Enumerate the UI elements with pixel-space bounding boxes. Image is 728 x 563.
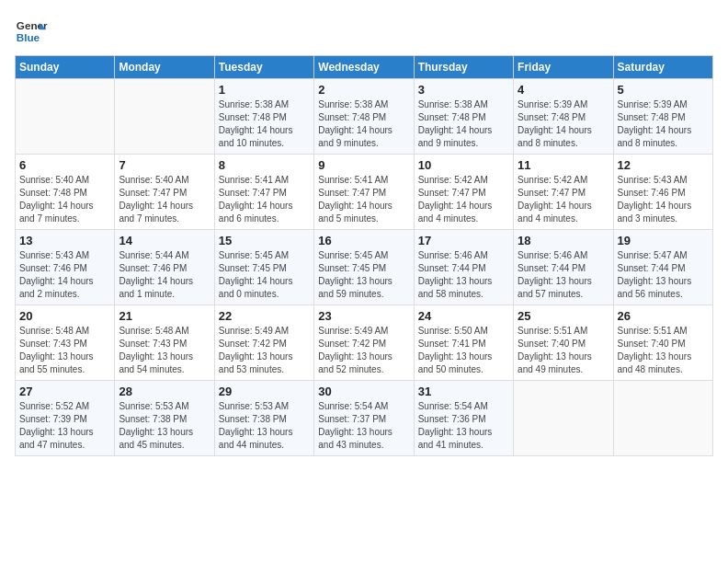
- calendar-cell: 19Sunrise: 5:47 AM Sunset: 7:44 PM Dayli…: [613, 230, 712, 305]
- day-info: Sunrise: 5:49 AM Sunset: 7:42 PM Dayligh…: [219, 325, 310, 376]
- day-info: Sunrise: 5:43 AM Sunset: 7:46 PM Dayligh…: [19, 249, 110, 301]
- day-number: 27: [19, 385, 110, 398]
- header-saturday: Saturday: [613, 56, 712, 79]
- day-info: Sunrise: 5:39 AM Sunset: 7:48 PM Dayligh…: [518, 98, 609, 150]
- calendar-cell: [115, 79, 214, 155]
- calendar-cell: 1Sunrise: 5:38 AM Sunset: 7:48 PM Daylig…: [214, 79, 313, 155]
- calendar-cell: 2Sunrise: 5:38 AM Sunset: 7:48 PM Daylig…: [314, 79, 414, 155]
- calendar-week-4: 20Sunrise: 5:48 AM Sunset: 7:43 PM Dayli…: [16, 305, 713, 381]
- calendar-cell: 10Sunrise: 5:42 AM Sunset: 7:47 PM Dayli…: [414, 155, 513, 230]
- day-info: Sunrise: 5:46 AM Sunset: 7:44 PM Dayligh…: [518, 249, 609, 301]
- day-info: Sunrise: 5:42 AM Sunset: 7:47 PM Dayligh…: [518, 174, 609, 225]
- calendar-cell: 25Sunrise: 5:51 AM Sunset: 7:40 PM Dayli…: [514, 305, 613, 381]
- day-number: 13: [19, 234, 110, 247]
- day-info: Sunrise: 5:54 AM Sunset: 7:37 PM Dayligh…: [318, 400, 409, 452]
- day-info: Sunrise: 5:54 AM Sunset: 7:36 PM Dayligh…: [418, 400, 509, 452]
- day-info: Sunrise: 5:45 AM Sunset: 7:45 PM Dayligh…: [219, 249, 310, 301]
- day-info: Sunrise: 5:48 AM Sunset: 7:43 PM Dayligh…: [119, 325, 210, 376]
- calendar-cell: 15Sunrise: 5:45 AM Sunset: 7:45 PM Dayli…: [214, 230, 313, 305]
- day-info: Sunrise: 5:52 AM Sunset: 7:39 PM Dayligh…: [19, 400, 110, 452]
- calendar-cell: 5Sunrise: 5:39 AM Sunset: 7:48 PM Daylig…: [613, 79, 712, 155]
- day-info: Sunrise: 5:38 AM Sunset: 7:48 PM Dayligh…: [219, 98, 310, 150]
- day-info: Sunrise: 5:41 AM Sunset: 7:47 PM Dayligh…: [219, 174, 310, 225]
- svg-text:General: General: [17, 19, 48, 31]
- day-info: Sunrise: 5:42 AM Sunset: 7:47 PM Dayligh…: [418, 174, 509, 225]
- day-number: 25: [518, 309, 609, 323]
- day-number: 26: [618, 309, 709, 323]
- day-info: Sunrise: 5:43 AM Sunset: 7:46 PM Dayligh…: [618, 174, 709, 225]
- header-thursday: Thursday: [414, 56, 513, 79]
- header-friday: Friday: [514, 56, 613, 79]
- day-number: 8: [219, 158, 310, 172]
- day-number: 2: [318, 83, 409, 97]
- svg-text:Blue: Blue: [17, 31, 40, 43]
- day-number: 29: [219, 385, 310, 398]
- day-number: 28: [119, 385, 210, 398]
- calendar-cell: 17Sunrise: 5:46 AM Sunset: 7:44 PM Dayli…: [414, 230, 513, 305]
- day-info: Sunrise: 5:53 AM Sunset: 7:38 PM Dayligh…: [119, 400, 210, 452]
- day-number: 22: [219, 309, 310, 323]
- day-number: 11: [518, 158, 609, 172]
- calendar-cell: [16, 79, 115, 155]
- day-number: 9: [318, 158, 409, 172]
- logo-icon: General Blue: [15, 15, 48, 48]
- day-info: Sunrise: 5:38 AM Sunset: 7:48 PM Dayligh…: [418, 98, 509, 150]
- header-monday: Monday: [115, 56, 214, 79]
- page-header: General Blue: [15, 15, 713, 48]
- calendar-cell: 14Sunrise: 5:44 AM Sunset: 7:46 PM Dayli…: [115, 230, 214, 305]
- calendar-cell: 27Sunrise: 5:52 AM Sunset: 7:39 PM Dayli…: [16, 381, 115, 456]
- day-number: 6: [19, 158, 110, 172]
- calendar-cell: 21Sunrise: 5:48 AM Sunset: 7:43 PM Dayli…: [115, 305, 214, 381]
- calendar-cell: 11Sunrise: 5:42 AM Sunset: 7:47 PM Dayli…: [514, 155, 613, 230]
- calendar-cell: 22Sunrise: 5:49 AM Sunset: 7:42 PM Dayli…: [214, 305, 313, 381]
- calendar-cell: 18Sunrise: 5:46 AM Sunset: 7:44 PM Dayli…: [514, 230, 613, 305]
- day-info: Sunrise: 5:47 AM Sunset: 7:44 PM Dayligh…: [618, 249, 709, 301]
- day-number: 18: [518, 234, 609, 247]
- calendar-cell: 20Sunrise: 5:48 AM Sunset: 7:43 PM Dayli…: [16, 305, 115, 381]
- day-number: 21: [119, 309, 210, 323]
- calendar-cell: 24Sunrise: 5:50 AM Sunset: 7:41 PM Dayli…: [414, 305, 513, 381]
- day-info: Sunrise: 5:51 AM Sunset: 7:40 PM Dayligh…: [618, 325, 709, 376]
- day-number: 1: [219, 83, 310, 97]
- day-number: 14: [119, 234, 210, 247]
- header-wednesday: Wednesday: [314, 56, 414, 79]
- day-number: 20: [19, 309, 110, 323]
- calendar-cell: 16Sunrise: 5:45 AM Sunset: 7:45 PM Dayli…: [314, 230, 414, 305]
- calendar-week-1: 1Sunrise: 5:38 AM Sunset: 7:48 PM Daylig…: [16, 79, 713, 155]
- day-number: 23: [318, 309, 409, 323]
- calendar-cell: 4Sunrise: 5:39 AM Sunset: 7:48 PM Daylig…: [514, 79, 613, 155]
- calendar-cell: 8Sunrise: 5:41 AM Sunset: 7:47 PM Daylig…: [214, 155, 313, 230]
- day-number: 16: [318, 234, 409, 247]
- day-number: 24: [418, 309, 509, 323]
- day-info: Sunrise: 5:44 AM Sunset: 7:46 PM Dayligh…: [119, 249, 210, 301]
- calendar-cell: [613, 381, 712, 456]
- calendar-cell: 23Sunrise: 5:49 AM Sunset: 7:42 PM Dayli…: [314, 305, 414, 381]
- calendar-cell: 6Sunrise: 5:40 AM Sunset: 7:48 PM Daylig…: [16, 155, 115, 230]
- day-info: Sunrise: 5:40 AM Sunset: 7:48 PM Dayligh…: [19, 174, 110, 225]
- day-info: Sunrise: 5:49 AM Sunset: 7:42 PM Dayligh…: [318, 325, 409, 376]
- header-tuesday: Tuesday: [214, 56, 313, 79]
- calendar-cell: 28Sunrise: 5:53 AM Sunset: 7:38 PM Dayli…: [115, 381, 214, 456]
- calendar-cell: 12Sunrise: 5:43 AM Sunset: 7:46 PM Dayli…: [613, 155, 712, 230]
- day-number: 15: [219, 234, 310, 247]
- day-info: Sunrise: 5:40 AM Sunset: 7:47 PM Dayligh…: [119, 174, 210, 225]
- day-number: 4: [518, 83, 609, 97]
- day-info: Sunrise: 5:38 AM Sunset: 7:48 PM Dayligh…: [318, 98, 409, 150]
- day-number: 5: [618, 83, 709, 97]
- day-number: 7: [119, 158, 210, 172]
- calendar-table: SundayMondayTuesdayWednesdayThursdayFrid…: [15, 55, 713, 456]
- day-number: 3: [418, 83, 509, 97]
- day-info: Sunrise: 5:48 AM Sunset: 7:43 PM Dayligh…: [19, 325, 110, 376]
- day-number: 12: [618, 158, 709, 172]
- calendar-week-3: 13Sunrise: 5:43 AM Sunset: 7:46 PM Dayli…: [16, 230, 713, 305]
- day-info: Sunrise: 5:50 AM Sunset: 7:41 PM Dayligh…: [418, 325, 509, 376]
- day-number: 31: [418, 385, 509, 398]
- day-number: 19: [618, 234, 709, 247]
- day-info: Sunrise: 5:41 AM Sunset: 7:47 PM Dayligh…: [318, 174, 409, 225]
- day-number: 30: [318, 385, 409, 398]
- calendar-cell: 7Sunrise: 5:40 AM Sunset: 7:47 PM Daylig…: [115, 155, 214, 230]
- calendar-cell: 29Sunrise: 5:53 AM Sunset: 7:38 PM Dayli…: [214, 381, 313, 456]
- calendar-header-row: SundayMondayTuesdayWednesdayThursdayFrid…: [16, 56, 713, 79]
- calendar-cell: [514, 381, 613, 456]
- day-info: Sunrise: 5:53 AM Sunset: 7:38 PM Dayligh…: [219, 400, 310, 452]
